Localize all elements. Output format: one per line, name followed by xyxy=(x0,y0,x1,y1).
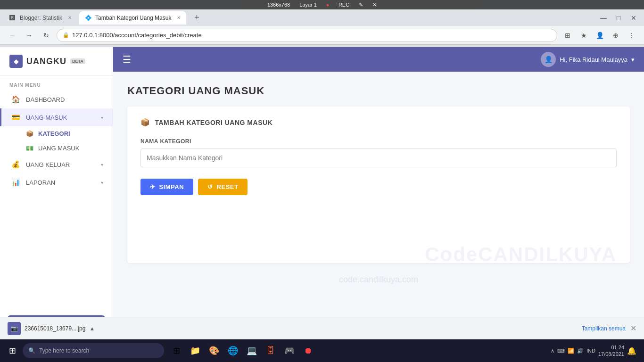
sys-time: 01.24 17/08/2021 xyxy=(598,344,624,358)
logo-icon: ◆ xyxy=(9,55,23,68)
network-icon: 📶 xyxy=(568,348,574,354)
taskbar-icon-extra[interactable]: 🎮 xyxy=(281,342,298,359)
browser-actions: ⊞ ★ 👤 ⊕ ⋮ xyxy=(561,29,638,42)
start-button[interactable]: ⊞ xyxy=(4,342,21,359)
maximize-button[interactable]: □ xyxy=(612,11,625,25)
sidebar-item-dashboard[interactable]: 🏠 DASHBOARD xyxy=(0,90,113,108)
watermark-url: code.candilkuya.com xyxy=(339,275,418,285)
user-chevron: ▾ xyxy=(631,56,635,63)
tab-close-tambah[interactable]: ✕ xyxy=(177,15,181,20)
taskbar-icon-vscode[interactable]: 💻 xyxy=(243,342,260,359)
recording-bar: 644x362 Layar 1 ● REC ✎ ✕ xyxy=(0,0,644,9)
reset-button[interactable]: ↺ RESET xyxy=(198,179,248,195)
taskbar-search[interactable]: 🔍 Type here to search xyxy=(23,343,164,358)
simpan-icon: ✈ xyxy=(150,183,156,190)
sidebar-label-uang-keluar: UANG KELUAR xyxy=(26,161,70,168)
taskbar-icon-paint[interactable]: 🎨 xyxy=(206,342,223,359)
recording-resolution: 644x362 xyxy=(267,2,290,8)
nama-kategori-label: NAMA KATEGORI xyxy=(140,138,617,145)
recording-cursor: ✎ xyxy=(359,2,363,8)
reset-icon: ↺ xyxy=(207,183,213,190)
browser-title-bar: 🅱 Blogger: Statistik ✕ 💠 Tambah Kategori… xyxy=(0,9,644,26)
browser-chrome: 🅱 Blogger: Statistik ✕ 💠 Tambah Kategori… xyxy=(0,9,644,47)
sidebar-sub-item-kategori[interactable]: 📦 KATEGORI xyxy=(0,126,113,141)
user-info[interactable]: 👤 Hi, Fika Ridaul Maulayya ▾ xyxy=(541,52,635,67)
page-title: KATEGORI UANG MASUK xyxy=(127,85,630,97)
sidebar-label-uang-masuk: UANG MASUK xyxy=(26,114,67,121)
bookmark-button[interactable]: ★ xyxy=(577,29,590,42)
sidebar-section-label: MAIN MENU xyxy=(0,76,113,90)
download-item: 📷 236615018_13679....jpg ▲ xyxy=(8,322,95,335)
form-buttons: ✈ SIMPAN ↺ RESET xyxy=(140,179,617,195)
sidebar-item-laporan[interactable]: 📊 LAPORAN ▾ xyxy=(0,173,113,191)
address-bar[interactable]: 🔒 127.0.0.1:8000/account/categories_debi… xyxy=(57,29,557,42)
taskbar-search-placeholder: Type here to search xyxy=(39,347,89,354)
new-tab-button[interactable]: + xyxy=(190,11,203,25)
extension-button[interactable]: ⊕ xyxy=(609,29,622,42)
tab-close-blogger[interactable]: ✕ xyxy=(68,15,72,20)
notification-icon[interactable]: 🔔 xyxy=(627,346,636,355)
uang-masuk-sub-icon: 💵 xyxy=(26,145,33,152)
sidebar: ◆ UANGKU BETA MAIN MENU 🏠 DASHBOARD 💳 UA… xyxy=(0,47,113,339)
hamburger-icon[interactable]: ☰ xyxy=(123,54,131,65)
taskbar-icon-record[interactable]: ⏺ xyxy=(300,342,317,359)
user-greeting: Hi, Fika Ridaul Maulayya xyxy=(560,56,627,63)
keyboard-icon: ⌨ xyxy=(557,348,565,354)
lock-icon: 🔒 xyxy=(63,32,69,38)
sidebar-logo: ◆ UANGKU BETA xyxy=(0,47,113,76)
refresh-button[interactable]: ↻ xyxy=(40,29,53,42)
watermark-area: CodeCANDILKUYA code.candilkuya.com xyxy=(140,195,617,252)
card-title-text: TAMBAH KATEGORI UANG MASUK xyxy=(155,119,273,126)
main-area: ☰ 👤 Hi, Fika Ridaul Maulayya ▾ KATEGORI … xyxy=(113,47,644,339)
uang-masuk-chevron: ▾ xyxy=(101,115,103,120)
simpan-button[interactable]: ✈ SIMPAN xyxy=(140,179,193,195)
taskbar-icon-xampp[interactable]: 🗄 xyxy=(262,342,279,359)
main-content: KATEGORI UANG MASUK 📦 TAMBAH KATEGORI UA… xyxy=(113,72,644,319)
sidebar-label-dashboard: DASHBOARD xyxy=(26,96,65,103)
taskbar-icons: ⊞ 📁 🎨 🌐 💻 🗄 🎮 ⏺ xyxy=(168,342,317,359)
time-display: 01.24 xyxy=(598,344,624,351)
date-display: 17/08/2021 xyxy=(598,351,624,357)
user-avatar: 👤 xyxy=(541,52,556,67)
download-bar: 📷 236615018_13679....jpg ▲ Tampilkan sem… xyxy=(0,317,644,339)
recording-label: REC xyxy=(339,2,349,8)
back-button[interactable]: ← xyxy=(6,29,19,42)
translate-button[interactable]: ⊞ xyxy=(561,29,574,42)
browser-tab-blogger[interactable]: 🅱 Blogger: Statistik ✕ xyxy=(4,11,77,25)
simpan-label: SIMPAN xyxy=(159,183,184,190)
uang-keluar-chevron: ▾ xyxy=(101,162,103,167)
recording-close[interactable]: ✕ xyxy=(372,2,377,8)
tab-title-blogger: Blogger: Statistik xyxy=(20,15,62,21)
sidebar-sub-label-uang-masuk: UANG MASUK xyxy=(38,145,79,152)
uang-keluar-icon: 💰 xyxy=(11,160,20,169)
close-button[interactable]: ✕ xyxy=(627,11,640,25)
language-label: IND xyxy=(586,348,595,354)
minimize-button[interactable]: — xyxy=(597,11,610,25)
download-file-icon: 📷 xyxy=(8,322,21,335)
sidebar-item-uang-keluar[interactable]: 💰 UANG KELUAR ▾ xyxy=(0,156,113,173)
sidebar-item-uang-masuk[interactable]: 💳 UANG MASUK ▾ xyxy=(0,108,113,126)
show-all-button[interactable]: Tampilkan semua xyxy=(582,325,626,332)
top-nav: ☰ 👤 Hi, Fika Ridaul Maulayya ▾ xyxy=(113,47,644,72)
profile-button[interactable]: 👤 xyxy=(593,29,606,42)
rec-dot: ● xyxy=(326,2,329,8)
browser-tab-tambah[interactable]: 💠 Tambah Kategori Uang Masuk ✕ xyxy=(79,11,186,25)
recording-layer: Layar 1 xyxy=(299,2,317,8)
nama-kategori-input[interactable] xyxy=(140,148,617,167)
reset-label: RESET xyxy=(217,183,239,190)
tab-title-tambah: Tambah Kategori Uang Masuk xyxy=(95,15,171,21)
app-container: ◆ UANGKU BETA MAIN MENU 🏠 DASHBOARD 💳 UA… xyxy=(0,47,644,339)
forward-button[interactable]: → xyxy=(23,29,36,42)
download-bar-close[interactable]: ✕ xyxy=(630,324,636,333)
taskbar: ⊞ 🔍 Type here to search ⊞ 📁 🎨 🌐 💻 🗄 🎮 ⏺ … xyxy=(0,339,644,362)
address-text: 127.0.0.1:8000/account/categories_debit/… xyxy=(72,32,202,39)
main-card: 📦 TAMBAH KATEGORI UANG MASUK NAMA KATEGO… xyxy=(127,107,630,263)
taskbar-icon-file[interactable]: 📁 xyxy=(187,342,204,359)
sidebar-sub-item-uang-masuk[interactable]: 💵 UANG MASUK xyxy=(0,141,113,156)
form-group-nama-kategori: NAMA KATEGORI xyxy=(140,138,617,167)
taskbar-icon-task[interactable]: ⊞ xyxy=(168,342,185,359)
search-icon: 🔍 xyxy=(28,347,35,354)
taskbar-sys: ∧ ⌨ 📶 🔊 IND 01.24 17/08/2021 🔔 xyxy=(551,344,640,358)
taskbar-icon-chrome[interactable]: 🌐 xyxy=(224,342,241,359)
menu-button[interactable]: ⋮ xyxy=(625,29,638,42)
